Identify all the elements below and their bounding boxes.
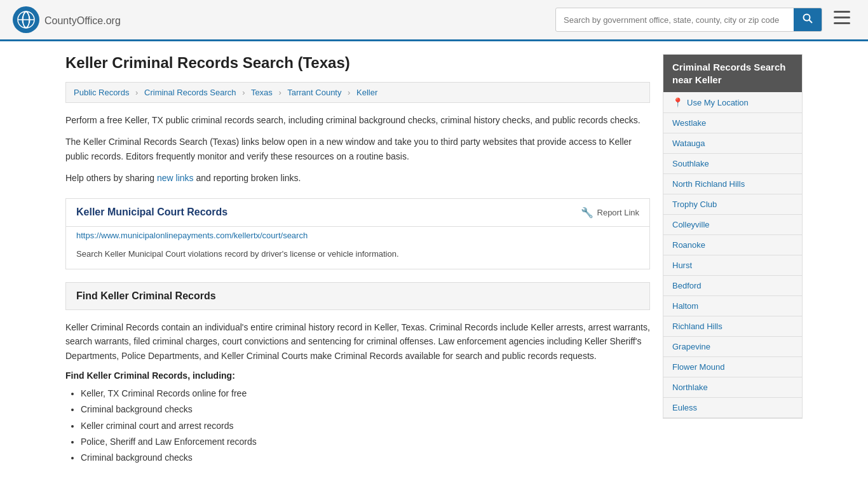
find-list-item: Keller, TX Criminal Records online for f… [81, 386, 650, 402]
site-header: CountyOffice.org [0, 0, 868, 41]
logo-text: CountyOffice.org [44, 13, 121, 27]
sidebar-list-item: Roanoke [663, 235, 802, 255]
find-list-item: Criminal background checks [81, 450, 650, 466]
sidebar-list-item: Northlake [663, 377, 802, 398]
record-card: Keller Municipal Court Records 🔧 Report … [65, 198, 650, 270]
description-3: Help others by sharing new links and rep… [65, 171, 650, 185]
use-my-location-item: 📍 Use My Location [663, 92, 802, 113]
breadcrumb-sep-3: › [278, 88, 281, 97]
sidebar-location-link[interactable]: Westlake [663, 113, 802, 133]
svg-rect-5 [834, 11, 850, 13]
find-section: Find Keller Criminal Records [65, 282, 650, 310]
record-card-url[interactable]: https://www.municipalonlinepayments.com/… [66, 227, 649, 244]
find-list-item: Keller criminal court and arrest records [81, 418, 650, 434]
description-3-prefix: Help others by sharing [65, 173, 157, 183]
new-links-link[interactable]: new links [157, 173, 194, 183]
sidebar-list-item: Westlake [663, 113, 802, 133]
use-my-location-link[interactable]: Use My Location [687, 98, 749, 107]
sidebar-location-link[interactable]: Hurst [663, 255, 802, 275]
sidebar-list-item: Hurst [663, 255, 802, 276]
sidebar-location-link[interactable]: Flower Mound [663, 357, 802, 377]
sidebar-list-item: Watauga [663, 133, 802, 154]
find-list-item: Police, Sheriff and Law Enforcement reco… [81, 434, 650, 450]
sidebar-location-link[interactable]: Trophy Club [663, 194, 802, 214]
sidebar-box: Criminal Records Search near Keller 📍 Us… [663, 54, 803, 419]
record-card-header: Keller Municipal Court Records 🔧 Report … [66, 199, 649, 227]
sidebar-location-link[interactable]: North Richland Hills [663, 174, 802, 194]
description-2: The Keller Criminal Records Search (Texa… [65, 135, 650, 163]
sidebar-location-link[interactable]: Grapevine [663, 337, 802, 356]
description-3-suffix: and reporting broken links. [194, 173, 301, 183]
find-list-item: Criminal background checks [81, 402, 650, 417]
content-area: Keller Criminal Records Search (Texas) P… [65, 54, 650, 466]
sidebar-location-link[interactable]: Watauga [663, 133, 802, 153]
wrench-icon: 🔧 [581, 207, 593, 219]
search-input[interactable] [556, 10, 794, 30]
find-body-text: Keller Criminal Records contain an indiv… [65, 320, 650, 363]
sidebar-location-link[interactable]: Northlake [663, 377, 802, 397]
svg-line-4 [810, 20, 813, 24]
breadcrumb-tarrant[interactable]: Tarrant County [287, 88, 341, 97]
sidebar-location-link[interactable]: Colleyville [663, 215, 802, 234]
search-bar [555, 8, 822, 32]
page-title: Keller Criminal Records Search (Texas) [65, 54, 650, 72]
report-link-label: Report Link [597, 208, 639, 217]
location-pin-icon: 📍 [672, 97, 683, 107]
sidebar-list-item: Haltom [663, 296, 802, 316]
sidebar-list-item: Flower Mound [663, 357, 802, 377]
search-button[interactable] [794, 8, 822, 31]
breadcrumb: Public Records › Criminal Records Search… [65, 82, 650, 103]
sidebar-list-item: Trophy Club [663, 194, 802, 215]
sidebar-list-item: Euless [663, 398, 802, 418]
breadcrumb-sep-1: › [135, 88, 138, 97]
hamburger-button[interactable] [829, 8, 855, 31]
breadcrumb-sep-4: › [348, 88, 350, 97]
sidebar-location-link[interactable]: Richland Hills [663, 316, 802, 336]
breadcrumb-criminal-records[interactable]: Criminal Records Search [144, 88, 236, 97]
sidebar-list-item: Colleyville [663, 215, 802, 235]
sidebar-location-link[interactable]: Southlake [663, 154, 802, 173]
sidebar-location-link[interactable]: Bedford [663, 276, 802, 295]
sidebar-list-item: Southlake [663, 154, 802, 174]
svg-rect-6 [834, 17, 850, 18]
svg-point-3 [804, 15, 810, 21]
logo-suffix: .org [103, 15, 121, 26]
header-right [555, 8, 855, 32]
sidebar-nearby-list: WestlakeWataugaSouthlakeNorth Richland H… [663, 113, 802, 418]
breadcrumb-sep-2: › [242, 88, 245, 97]
sidebar-list-item: Richland Hills [663, 316, 802, 337]
breadcrumb-texas[interactable]: Texas [251, 88, 273, 97]
report-link-button[interactable]: 🔧 Report Link [581, 207, 639, 219]
find-section-heading: Find Keller Criminal Records [76, 290, 639, 302]
svg-rect-7 [834, 22, 850, 24]
logo-icon [13, 6, 39, 33]
sidebar-location-link[interactable]: Roanoke [663, 235, 802, 255]
breadcrumb-keller[interactable]: Keller [356, 88, 377, 97]
sidebar-list-item: Bedford [663, 276, 802, 296]
record-card-description: Search Keller Municipal Court violations… [66, 244, 649, 269]
sidebar-title: Criminal Records Search near Keller [663, 55, 802, 92]
find-subheading: Find Keller Criminal Records, including: [65, 370, 650, 381]
description-1: Perform a free Keller, TX public crimina… [65, 113, 650, 127]
record-card-title[interactable]: Keller Municipal Court Records [76, 207, 227, 218]
sidebar-location-link[interactable]: Euless [663, 398, 802, 417]
sidebar-list-item: North Richland Hills [663, 174, 802, 194]
find-list: Keller, TX Criminal Records online for f… [65, 386, 650, 466]
logo-area: CountyOffice.org [13, 6, 121, 33]
sidebar-list-item: Grapevine [663, 337, 802, 357]
main-container: Keller Criminal Records Search (Texas) P… [53, 41, 815, 478]
sidebar-location-link[interactable]: Haltom [663, 296, 802, 316]
breadcrumb-public-records[interactable]: Public Records [74, 88, 129, 97]
sidebar: Criminal Records Search near Keller 📍 Us… [663, 54, 803, 466]
